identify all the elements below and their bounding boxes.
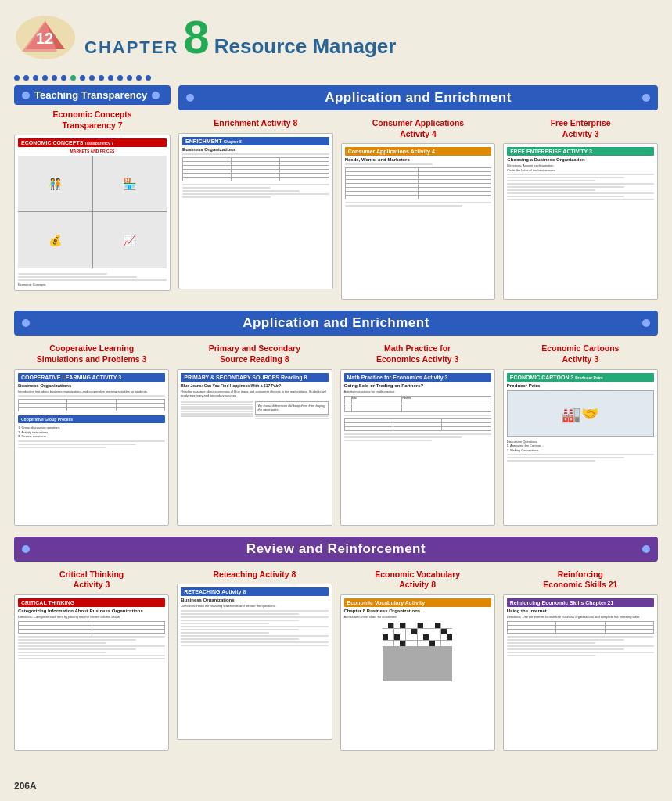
doc-title-enrichment: Business Organizations <box>182 147 329 152</box>
cw-cell-black <box>400 623 405 628</box>
cw-cell-black <box>435 623 440 628</box>
card-image-consumer: Consumer Applications Activity 4 Needs, … <box>341 143 496 300</box>
card-enrichment: Enrichment Activity 8 ENRICHMENT Chapter… <box>178 118 333 300</box>
doc-line <box>181 635 328 637</box>
cw-cell-black <box>423 634 429 640</box>
doc-title-reinforcing: Using the Internet <box>507 609 654 613</box>
doc-line <box>181 610 328 612</box>
section3: Review and Reinforcement Critical Thinki… <box>14 537 658 751</box>
dot <box>146 75 151 81</box>
doc-line <box>18 395 165 397</box>
card-image-cartoons: ECONOMIC CARTOON 3 Producer Pairs Produc… <box>503 369 658 526</box>
doc-header-reinforcing: Reinforcing Economic Skills Chapter 21 <box>507 598 654 607</box>
dot <box>117 75 123 81</box>
doc-line <box>18 276 137 278</box>
doc-process: 1. Group discussion questions2. Activity… <box>18 426 165 439</box>
card-image-transparency: ECONOMIC CONCEPTS Transparency 7 MARKETS… <box>14 135 171 291</box>
dot <box>80 75 85 81</box>
card-title-ps: Primary and Secondary Source Reading 8 <box>209 343 300 365</box>
cw-cell <box>400 634 405 640</box>
doc-line <box>507 636 654 638</box>
doc-header-vocab: Economic Vocabulary Activity <box>344 598 491 607</box>
cw-cell-black <box>383 634 388 640</box>
app-enrichment-section1: Application and Enrichment Enrichment Ac… <box>178 85 658 300</box>
doc-intro-math: Activity instructions for math practice. <box>344 390 491 394</box>
doc-table-reinforcing <box>507 621 654 634</box>
card-cooperative: Cooperative Learning Simulations and Pro… <box>14 343 169 525</box>
cw-cell <box>388 634 393 640</box>
doc-header-free-enterprise: FREE ENTERPRISE ACTIVITY 3 <box>507 147 654 156</box>
cw-cell <box>435 634 440 640</box>
doc-line <box>507 457 625 458</box>
cw-cell <box>411 634 417 640</box>
cw-cell <box>418 641 423 646</box>
doc-line <box>18 652 106 653</box>
cw-cell <box>418 629 423 634</box>
cw-cell <box>447 623 452 628</box>
doc-header-reteaching: RETEACHING Activity 8 <box>181 587 328 596</box>
doc-line <box>18 639 136 641</box>
cw-cell-black <box>429 641 435 646</box>
cw-cell-black <box>394 634 400 640</box>
doc-line <box>507 454 654 455</box>
cw-cell-black <box>411 629 417 634</box>
tt-header-bar: Teaching Transparency <box>14 85 171 105</box>
doc-line <box>181 626 328 627</box>
doc-title-reteaching: Business Organizations <box>181 598 328 602</box>
col-right: We found differences did keep them from … <box>255 400 328 420</box>
section-header-ae1: Application and Enrichment <box>178 85 658 110</box>
doc-line <box>255 418 328 419</box>
card-math-practice: Math Practice for Economics Activity 3 M… <box>340 343 495 525</box>
doc-footer: Economic Concepts <box>18 282 167 287</box>
doc-header-critical: CRITICAL THINKING <box>18 598 165 607</box>
cw-cell <box>394 629 400 634</box>
cw-cell-black <box>418 623 423 628</box>
doc-line <box>181 616 328 618</box>
section3-grid: Critical Thinking Activity 3 CRITICAL TH… <box>14 569 658 751</box>
section-dot-left <box>22 319 30 327</box>
page-header: 12 CHAPTER 8 Resource Manager <box>14 8 658 64</box>
cw-cell <box>383 629 388 634</box>
doc-line <box>18 642 106 644</box>
doc-line <box>344 440 433 441</box>
page-wrapper: 12 CHAPTER 8 Resource Manager T <box>0 0 672 801</box>
doc-line <box>181 404 253 405</box>
doc-line <box>507 655 595 656</box>
comic-cell-2: 🏪 <box>93 156 167 211</box>
section-header-ae2: Application and Enrichment <box>14 311 658 336</box>
doc-line <box>181 632 269 634</box>
page-number: 206A <box>14 781 37 792</box>
card-image-ps: PRIMARY & SECONDARY SOURCES Reading 8 Bl… <box>177 369 332 526</box>
card-critical-thinking: Critical Thinking Activity 3 CRITICAL TH… <box>14 569 169 751</box>
doc-line <box>18 648 136 650</box>
dot <box>42 75 48 81</box>
cw-cell <box>441 623 447 628</box>
doc-line <box>18 447 106 448</box>
card-title-consumer: Consumer Applications Activity 4 <box>372 118 464 139</box>
doc-line <box>507 639 625 641</box>
card-image-free-enterprise: FREE ENTERPRISE ACTIVITY 3 Choosing a Bu… <box>503 143 658 300</box>
doc-line <box>182 187 271 189</box>
cw-cell <box>406 629 411 634</box>
cw-cell-black <box>388 623 393 628</box>
doc-title-critical: Categorizing Information About Business … <box>18 609 165 613</box>
cw-cell <box>447 641 452 646</box>
crossword-grid <box>383 623 453 681</box>
doc-line <box>18 440 165 442</box>
comic-cell-1: 🧑‍🤝‍🧑 <box>18 156 92 211</box>
doc-questions-cartoon: Discussion Questions: 1. Analyzing the C… <box>507 440 654 453</box>
doc-line <box>181 613 299 615</box>
doc-line <box>181 623 269 624</box>
doc-header-cartoons: ECONOMIC CARTOON 3 Producer Pairs <box>507 373 654 382</box>
cw-cell <box>394 641 400 646</box>
section-title-ae2: Application and Enrichment <box>243 315 429 331</box>
doc-text-ps: Reading passage about economics of blue … <box>181 390 328 398</box>
cw-cell <box>406 641 411 646</box>
doc-line <box>507 174 654 175</box>
section1: Teaching Transparency Economic Concepts … <box>14 85 658 300</box>
doc-line <box>507 180 595 181</box>
card-primary-secondary: Primary and Secondary Source Reading 8 P… <box>177 343 332 525</box>
doc-line <box>182 193 329 195</box>
cw-cell <box>441 634 447 640</box>
cw-cell <box>429 634 435 640</box>
